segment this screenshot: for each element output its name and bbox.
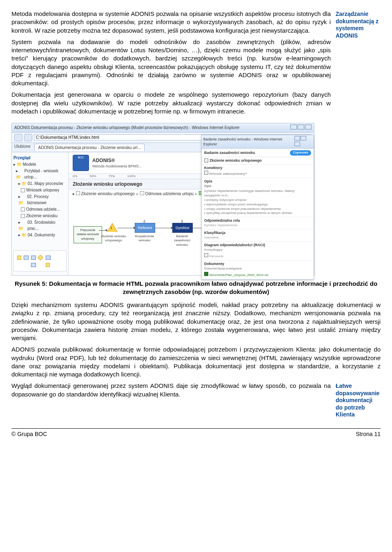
step3-box[interactable]: Dyrektor departamentu [172, 223, 193, 233]
minimap[interactable] [13, 250, 67, 272]
activity-details-popup: Badanie zasadności wniosku - Windows Int… [201, 135, 314, 280]
adonis-logo-icon: BOC [73, 155, 89, 171]
para-1: Metoda modelowania dostępna w systemie A… [11, 10, 331, 35]
classification-value: manualna [204, 235, 311, 240]
desc-title: Opis [204, 184, 311, 189]
activity-type-badge: Czynność [290, 150, 311, 156]
para-5: ADONIS pozwala publikować dokumentację w… [11, 345, 381, 378]
popup-window-buttons[interactable] [294, 136, 312, 147]
tree-item[interactable]: ▸ 📁 Przykład - wniosek urlop... [13, 168, 67, 180]
diamond-icon [204, 171, 208, 175]
model-tree-panel: Przegląd ▸ 📁 Modele ▸ 📁 Przykład - wnios… [12, 152, 69, 275]
documents-header: Dokumenty [204, 261, 311, 266]
excel-icon [204, 272, 208, 276]
role-value: Dyrektor departamentu [204, 223, 311, 228]
browser-window: ADONIS Dokumentacja procesu - Złożenie w… [11, 123, 314, 276]
tree-item[interactable]: ▸ 📁 03. Środowisko prac... [13, 219, 67, 231]
step1-label: Złożenie wniosku urlopowego [100, 234, 127, 243]
tree-item[interactable]: ▸ 📁 04. Dokumenty [13, 232, 67, 238]
classification-header: Klasyfikacja [204, 230, 311, 235]
product-subtitle: Metoda modelowania BPMS... [92, 164, 142, 169]
popup-process-link[interactable]: Złożenie wniosku urlopowego [204, 158, 311, 163]
popup-title: Badanie zasadności wniosku - Windows Int… [203, 137, 294, 147]
tree-item[interactable]: ▸ 📁 01. Mapy procesów [13, 180, 67, 187]
tree-item[interactable]: Wniosek urlopowy [13, 187, 67, 193]
tree-item[interactable]: Złożenie wniosku [13, 213, 67, 219]
step2-box[interactable]: Referent [135, 223, 155, 233]
raci-consulting-label: Konsultujący [204, 247, 311, 253]
role-header: Odpowiedzialna rola [204, 218, 311, 223]
para-3: Dokumentacja jest generowana w oparciu o… [11, 91, 331, 116]
person-icon [204, 253, 208, 257]
browser-titlebar: ADONIS Dokumentacja procesu - Złożenie w… [12, 123, 314, 133]
process-icon [204, 158, 208, 162]
browser-title-text: ADONIS Dokumentacja procesu - Złożenie w… [14, 125, 240, 131]
connectors-label: Konektory [204, 165, 311, 170]
figure-5: ADONIS Dokumentacja procesu - Złożenie w… [11, 123, 381, 276]
para-4: Dzięki mechanizmom systemu ADONIS gwaran… [11, 301, 381, 342]
window-buttons[interactable] [290, 125, 312, 131]
step3-label: Badanie zasadności wniosku [169, 234, 195, 247]
margin-note-2: Łatwe dopasowywanie dokumentacji do potr… [336, 382, 381, 418]
tree-item[interactable]: Odmowa udziele... [13, 206, 67, 212]
page-footer: © Grupa BOC Strona 11 [11, 428, 381, 438]
footer-right: Strona 11 [356, 430, 381, 438]
product-name: ADONIS® [92, 157, 142, 164]
tree-item[interactable]: ▸ 📁 02. Procesy biznesowe [13, 194, 67, 206]
connectors-value[interactable]: Wniosek zaakceptowany? [204, 170, 311, 177]
documents-sub: Dokumentacja powiązana [204, 266, 311, 272]
documents-link[interactable]: Wzorzenie/Plan_urlopów_2009_2010.xls [204, 272, 311, 278]
tree-heading: Przegląd [13, 156, 31, 160]
raci-consulting-value: Kierownik [204, 253, 311, 259]
raci-header: Diagram odpowiedzialności (RACI) [204, 243, 311, 247]
footer-left: © Grupa BOC [11, 430, 47, 438]
breadcrumb-item[interactable]: Odmowa udzielenia urlopu [140, 191, 194, 197]
breadcrumb-item[interactable]: ▸ Złożenie wniosku urlopowego [73, 191, 135, 197]
nav-back-icon[interactable] [14, 134, 22, 141]
margin-note-1: Zarządzanie dokumentacją z systemem ADON… [336, 10, 381, 39]
start-activity[interactable]: Pracownik składa wniosek urlopowy [74, 226, 102, 243]
favorites-label[interactable]: Ulubione [14, 144, 33, 151]
popup-titlebar: Badanie zasadności wniosku - Windows Int… [202, 135, 314, 149]
step2-label: Rozpatrzenie wniosku [131, 234, 158, 243]
tree-root[interactable]: ▸ 📁 Modele [13, 161, 67, 167]
desc-header: Opis [204, 179, 311, 184]
para-2: System pozwala na dodawanie do modeli od… [11, 38, 331, 88]
desc-body: Dyrektor departamentu rozstrzyga zasadno… [204, 189, 311, 216]
browser-tab[interactable]: ADONIS Dokumentacja procesu - Złożenie w… [34, 144, 144, 151]
figure-caption: Rysunek 5: Dokumentacja w formacie HTML … [11, 280, 381, 296]
popup-heading: Badanie zasadności wniosku Czynność [202, 149, 314, 157]
para-6: Wygląd dokumentacji generowanej przez sy… [11, 382, 331, 398]
nav-forward-icon[interactable] [24, 134, 32, 141]
